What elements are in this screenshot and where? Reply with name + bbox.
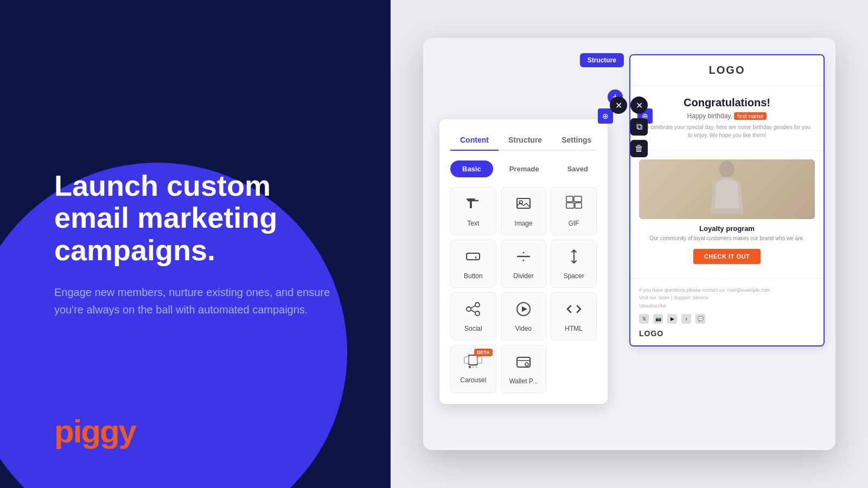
svg-point-13	[475, 303, 480, 307]
block-video[interactable]: Video	[501, 292, 547, 341]
birthday-line: Happy birthday, first name	[641, 112, 813, 120]
text-block-icon: T	[464, 195, 482, 216]
email-footer: If you have questions please contact us:…	[630, 278, 824, 345]
birthday-text: Happy birthday,	[687, 112, 732, 120]
svg-text:T: T	[467, 195, 475, 211]
video-block-icon	[515, 300, 532, 322]
filter-saved[interactable]: Saved	[556, 160, 600, 177]
youtube-icon: ▶	[667, 314, 677, 324]
footer-social: 𝕏 📷 ▶ ♪ 💬	[639, 314, 815, 324]
piggy-svg: piggy	[54, 411, 174, 449]
move-handle-1[interactable]: ⊕	[598, 108, 613, 124]
gif-block-label: GIF	[569, 220, 579, 227]
spacer-block-icon	[565, 248, 583, 269]
carousel-block-label: Carousel	[460, 376, 486, 384]
block-button[interactable]: Button	[450, 240, 496, 288]
video-block-label: Video	[515, 325, 532, 332]
blocks-grid: T Text Image	[450, 187, 597, 393]
block-html[interactable]: HTML	[551, 292, 597, 341]
gif-block-icon	[565, 195, 583, 216]
block-social[interactable]: Social	[450, 292, 496, 341]
tab-settings[interactable]: Settings	[552, 130, 601, 151]
beta-badge: BETA	[474, 349, 493, 356]
block-gif[interactable]: GIF	[551, 187, 597, 235]
product-title: Loyalty program	[639, 224, 815, 233]
svg-rect-6	[566, 196, 573, 202]
svg-rect-18	[469, 355, 477, 365]
trash-button[interactable]: 🗑	[630, 140, 648, 157]
tab-content[interactable]: Content	[450, 130, 499, 151]
text-block-label: Text	[467, 220, 479, 227]
congrats-title: Congratulations!	[641, 97, 813, 109]
svg-line-16	[471, 310, 475, 312]
social-block-icon	[464, 300, 482, 322]
image-block-label: Image	[514, 220, 532, 227]
editor-container: LOGO Congratulations! Happy birthday, fi…	[423, 38, 835, 450]
html-block-label: HTML	[565, 325, 583, 332]
email-desc: To celebrate your special day, here are …	[641, 123, 813, 139]
filter-basic[interactable]: Basic	[450, 160, 493, 177]
svg-rect-8	[566, 203, 574, 208]
svg-point-1	[719, 160, 735, 178]
carousel-block-icon	[463, 354, 483, 373]
cta-button: CHECK IT OUT	[693, 249, 761, 264]
svg-rect-19	[464, 357, 469, 363]
block-carousel[interactable]: BETA Carousel	[450, 345, 496, 393]
first-name-badge: first name	[734, 112, 767, 120]
person-illustration	[705, 159, 749, 219]
block-divider[interactable]: Divider	[501, 240, 547, 288]
svg-point-14	[475, 311, 480, 316]
html-block-icon	[565, 300, 583, 322]
product-desc: Our community of loyal customers makes o…	[639, 235, 815, 242]
svg-rect-9	[575, 203, 582, 208]
filter-tabs: Basic Premade Saved	[450, 160, 597, 177]
email-congrats-section: Congratulations! Happy birthday, first n…	[630, 86, 824, 151]
social-block-label: Social	[464, 325, 482, 332]
button-block-icon	[464, 248, 482, 269]
button-block-label: Button	[464, 272, 483, 280]
svg-point-12	[467, 307, 471, 311]
svg-point-23	[475, 366, 477, 368]
instagram-icon: 📷	[653, 314, 663, 324]
image-block-icon	[515, 195, 532, 216]
spacer-block-label: Spacer	[564, 272, 584, 280]
email-preview: LOGO Congratulations! Happy birthday, fi…	[629, 54, 825, 346]
main-heading: Launch custom email marketing campaigns.	[54, 170, 347, 266]
filter-premade[interactable]: Premade	[497, 160, 551, 177]
svg-point-25	[525, 363, 528, 366]
email-logo-bar: LOGO	[630, 55, 824, 86]
copy-button[interactable]: ⧉	[630, 118, 648, 136]
divider-block-icon	[515, 248, 532, 269]
product-image	[639, 159, 815, 219]
tiktok-icon: ♪	[681, 314, 691, 324]
discord-icon: 💬	[695, 314, 705, 324]
close-button-main[interactable]: ✕	[610, 97, 627, 114]
tab-structure[interactable]: Structure	[499, 130, 552, 151]
piggy-logo: piggy	[54, 411, 174, 455]
panel-tabs: Content Structure Settings	[450, 130, 597, 151]
block-text[interactable]: T Text	[450, 187, 496, 235]
wallet-block-icon	[515, 353, 532, 374]
svg-line-15	[471, 306, 475, 308]
twitter-icon: 𝕏	[639, 314, 649, 324]
svg-rect-10	[467, 253, 480, 260]
svg-rect-4	[517, 198, 530, 208]
right-section: LOGO Congratulations! Happy birthday, fi…	[391, 0, 868, 488]
svg-point-21	[469, 366, 471, 368]
sub-text: Engage new members, nurture existing one…	[54, 284, 336, 318]
footer-text: If you have questions please contact us:…	[639, 286, 815, 310]
svg-point-22	[472, 366, 474, 368]
footer-logo: LOGO	[639, 329, 815, 338]
structure-button[interactable]: Structure	[580, 53, 624, 67]
svg-rect-7	[574, 196, 582, 202]
piggy-brand-text: piggy	[54, 411, 174, 455]
close-button-x[interactable]: ✕	[630, 97, 648, 114]
svg-text:piggy: piggy	[54, 413, 137, 449]
block-image[interactable]: Image	[501, 187, 547, 235]
block-spacer[interactable]: Spacer	[551, 240, 597, 288]
svg-rect-20	[477, 357, 482, 363]
left-content: Launch custom email marketing campaigns.…	[54, 170, 347, 318]
block-wallet[interactable]: Wallet P...	[501, 345, 547, 393]
content-panel: Content Structure Settings Basic Premade…	[439, 119, 608, 404]
wallet-block-label: Wallet P...	[509, 377, 538, 385]
